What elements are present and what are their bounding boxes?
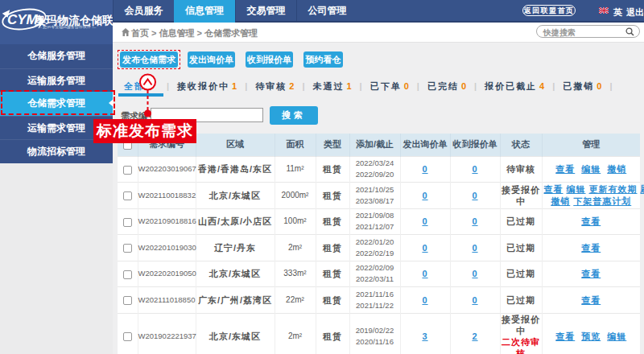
svg-text:CYM: CYM [7, 12, 39, 27]
